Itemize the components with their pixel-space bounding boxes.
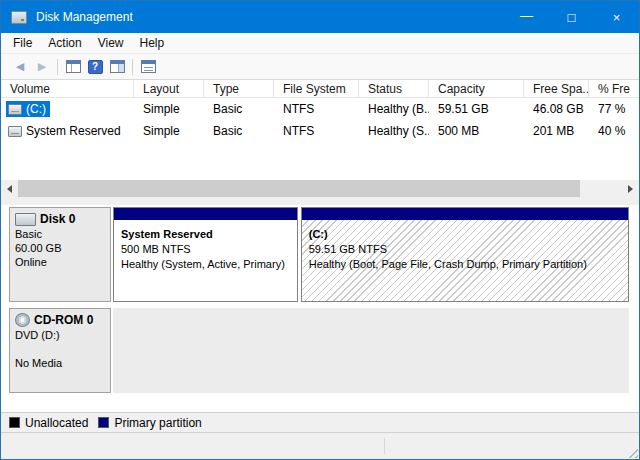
cell-volume: System Reserved [1, 123, 134, 139]
cell-layout: Simple [134, 102, 204, 116]
views-button[interactable] [137, 56, 159, 78]
cell-type: Basic [204, 124, 274, 138]
cell-free-space: 201 MB [524, 124, 589, 138]
disk-type: Basic [15, 228, 105, 240]
back-button[interactable]: ◀ [9, 56, 31, 78]
cell-volume: (C:) [1, 101, 134, 117]
cdrom-name: CD-ROM 0 [34, 313, 93, 327]
maximize-button[interactable]: □ [549, 1, 594, 33]
cell-capacity: 59.51 GB [429, 102, 524, 116]
views-icon [141, 60, 156, 73]
partition-name: (C:) [309, 227, 621, 242]
toolbar-separator [57, 59, 58, 75]
column-capacity[interactable]: Capacity [429, 80, 524, 97]
legend-label: Unallocated [25, 416, 88, 430]
resize-grip[interactable] [625, 445, 638, 458]
partition-status: Healthy (System, Active, Primary) [121, 257, 290, 272]
scrollbar-thumb[interactable] [18, 180, 580, 197]
partition-system-reserved[interactable]: System Reserved 500 MB NTFS Healthy (Sys… [113, 207, 298, 302]
menu-file[interactable]: File [5, 33, 40, 53]
minimize-icon: — [520, 8, 533, 23]
column-file-system[interactable]: File System [274, 80, 359, 97]
disk-0-info[interactable]: Disk 0 Basic 60.00 GB Online [9, 207, 111, 302]
cell-free-space: 46.08 GB [524, 102, 589, 116]
window-title: Disk Management [36, 10, 133, 24]
column-type[interactable]: Type [204, 80, 274, 97]
disk-status: Online [15, 256, 105, 268]
action-pane-button[interactable] [106, 56, 128, 78]
cell-file-system: NTFS [274, 124, 359, 138]
unallocated-swatch [9, 417, 20, 428]
app-icon [11, 11, 27, 24]
cell-status: Healthy (B... [359, 102, 429, 116]
partition-details: (C:) 59.51 GB NTFS Healthy (Boot, Page F… [302, 220, 628, 301]
action-pane-icon [110, 60, 125, 73]
volume-row-system-reserved[interactable]: System Reserved Simple Basic NTFS Health… [1, 120, 639, 142]
horizontal-scrollbar[interactable] [1, 180, 639, 197]
console-tree-icon [66, 60, 81, 73]
partition-size: 59.51 GB NTFS [309, 242, 621, 257]
cdrom-media-status: No Media [15, 357, 105, 369]
volume-entry: System Reserved [6, 123, 125, 139]
cdrom-0-info[interactable]: CD-ROM 0 DVD (D:) No Media [9, 308, 111, 393]
selected-volume: (C:) [6, 101, 50, 117]
partition-size: 500 MB NTFS [121, 242, 290, 257]
volume-row-c[interactable]: (C:) Simple Basic NTFS Healthy (B... 59.… [1, 98, 639, 120]
legend-primary-partition: Primary partition [98, 416, 201, 430]
forward-button[interactable]: ▶ [31, 56, 53, 78]
minimize-button[interactable]: — [504, 1, 549, 33]
legend-label: Primary partition [114, 416, 201, 430]
cell-type: Basic [204, 102, 274, 116]
cell-file-system: NTFS [274, 102, 359, 116]
primary-partition-band [114, 208, 297, 220]
cdrom-media-area[interactable] [113, 308, 629, 393]
toolbar-separator [132, 59, 133, 75]
pane-splitter[interactable] [1, 197, 639, 205]
partition-details: System Reserved 500 MB NTFS Healthy (Sys… [114, 220, 297, 301]
partition-name: System Reserved [121, 227, 290, 242]
cd-rom-icon [15, 313, 30, 327]
status-bar-divider [384, 438, 385, 454]
list-empty-area [1, 142, 639, 180]
column-free-space[interactable]: Free Spa... [524, 80, 589, 97]
cdrom-drive-letter: DVD (D:) [15, 329, 105, 341]
partition-status: Healthy (Boot, Page File, Crash Dump, Pr… [309, 257, 621, 272]
cell-status: Healthy (S... [359, 124, 429, 138]
title-bar[interactable]: Disk Management — □ × [1, 1, 639, 33]
scroll-left-button[interactable] [1, 180, 18, 197]
legend: Unallocated Primary partition [1, 412, 639, 432]
window-controls: — □ × [504, 1, 639, 33]
cell-percent-free: 40 % [589, 124, 640, 138]
disk-management-window: Disk Management — □ × File Action View H… [0, 0, 640, 460]
scrollbar-track[interactable] [18, 180, 622, 197]
graphical-view: Disk 0 Basic 60.00 GB Online System Rese… [1, 205, 639, 412]
partition-c[interactable]: (C:) 59.51 GB NTFS Healthy (Boot, Page F… [301, 207, 629, 302]
column-volume[interactable]: Volume [1, 80, 134, 97]
column-percent-free[interactable]: % Fre [589, 80, 640, 97]
maximize-icon: □ [568, 10, 576, 25]
scroll-right-button[interactable] [622, 180, 639, 197]
cell-layout: Simple [134, 124, 204, 138]
cdrom-0-header: CD-ROM 0 [15, 313, 105, 327]
column-status[interactable]: Status [359, 80, 429, 97]
column-layout[interactable]: Layout [134, 80, 204, 97]
console-tree-button[interactable] [62, 56, 84, 78]
toolbar: ◀ ▶ ? [1, 54, 639, 80]
primary-partition-band [302, 208, 628, 220]
menu-action[interactable]: Action [40, 33, 89, 53]
cell-capacity: 500 MB [429, 124, 524, 138]
table-header: Volume Layout Type File System Status Ca… [1, 80, 639, 98]
volume-list: Volume Layout Type File System Status Ca… [1, 80, 639, 197]
volume-icon [8, 104, 22, 115]
close-button[interactable]: × [594, 1, 639, 33]
disk-size: 60.00 GB [15, 242, 105, 254]
menu-help[interactable]: Help [132, 33, 173, 53]
menu-view[interactable]: View [90, 33, 132, 53]
help-button[interactable]: ? [84, 56, 106, 78]
disk-name: Disk 0 [40, 212, 75, 226]
primary-partition-swatch [98, 417, 109, 428]
disk-0-header: Disk 0 [15, 212, 105, 226]
scroll-right-icon [628, 185, 633, 193]
legend-unallocated: Unallocated [9, 416, 88, 430]
close-icon: × [613, 10, 621, 25]
